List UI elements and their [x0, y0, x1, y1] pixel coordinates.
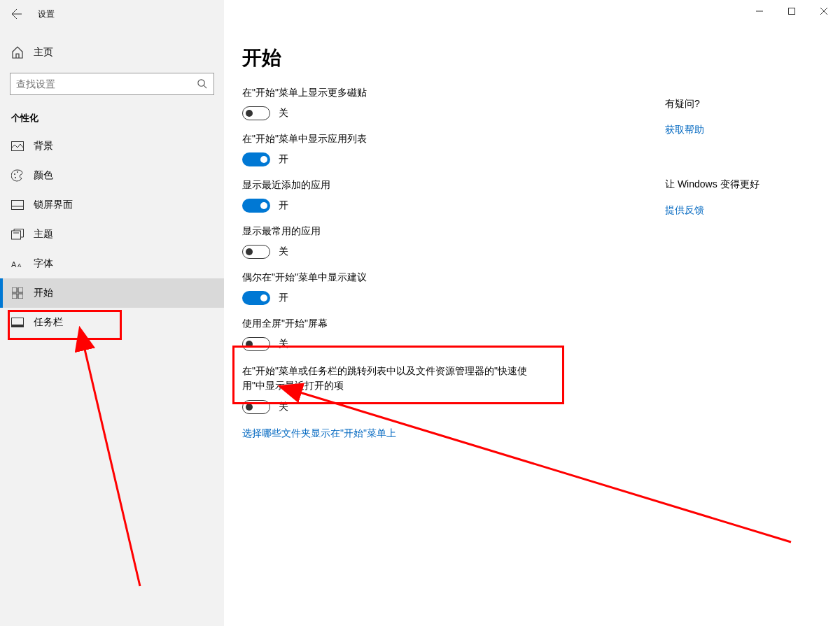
titlebar: 设置 — [0, 0, 840, 28]
choose-folders-link[interactable]: 选择哪些文件夹显示在"开始"菜单上 — [242, 427, 396, 440]
feedback-heading: 让 Windows 变得更好 — [665, 178, 819, 191]
svg-point-1 — [198, 80, 204, 86]
taskbar-icon — [11, 316, 24, 329]
svg-rect-11 — [12, 287, 17, 292]
right-panel: 有疑问? 获取帮助 让 Windows 变得更好 提供反馈 — [665, 98, 819, 259]
sidebar-item-colors[interactable]: 颜色 — [0, 161, 224, 190]
svg-rect-14 — [18, 294, 23, 299]
search-input[interactable] — [16, 78, 197, 90]
svg-point-4 — [15, 177, 16, 178]
toggle-row: 关 — [242, 337, 812, 351]
setting-suggestions: 偶尔在"开始"菜单中显示建议 开 — [242, 271, 812, 305]
svg-rect-6 — [12, 201, 24, 210]
sidebar-item-label: 开始 — [34, 287, 53, 299]
toggle-row: 关 — [242, 400, 812, 414]
minimize-icon — [756, 8, 763, 15]
toggle-switch[interactable] — [242, 400, 270, 414]
sidebar-item-label: 主题 — [34, 228, 53, 241]
toggle-switch[interactable] — [242, 152, 270, 166]
sidebar-item-lockscreen[interactable]: 锁屏界面 — [0, 190, 224, 220]
search-icon — [197, 78, 208, 90]
svg-text:A: A — [18, 262, 22, 269]
lockscreen-icon — [11, 199, 24, 211]
page-title: 开始 — [242, 45, 812, 71]
toggle-switch[interactable] — [242, 106, 270, 120]
sidebar-item-start[interactable]: 开始 — [0, 278, 224, 308]
svg-rect-13 — [12, 294, 17, 299]
themes-icon — [11, 228, 24, 241]
search-box[interactable] — [10, 73, 214, 95]
setting-recent-items: 在"开始"菜单或任务栏的跳转列表中以及文件资源管理器的"快速使用"中显示最近打开… — [242, 364, 812, 414]
toggle-state: 开 — [279, 199, 288, 212]
svg-rect-16 — [12, 325, 24, 327]
close-button[interactable] — [808, 0, 840, 22]
start-icon — [11, 287, 24, 299]
sidebar-item-label: 背景 — [34, 140, 53, 152]
toggle-state: 关 — [279, 401, 288, 413]
svg-rect-7 — [12, 206, 24, 210]
main-layout: 主页 个性化 背景 颜色 锁 — [0, 28, 840, 626]
svg-rect-8 — [12, 231, 21, 239]
sidebar-item-label: 锁屏界面 — [34, 199, 73, 211]
back-button[interactable] — [0, 0, 34, 28]
toggle-state: 关 — [279, 338, 288, 350]
home-label: 主页 — [34, 46, 53, 59]
setting-fullscreen: 使用全屏"开始"屏幕 关 — [242, 318, 812, 351]
toggle-switch[interactable] — [242, 245, 270, 259]
window-controls — [743, 0, 840, 22]
sidebar-item-label: 颜色 — [34, 169, 53, 182]
feedback-link[interactable]: 提供反馈 — [665, 204, 704, 217]
feedback-section: 让 Windows 变得更好 提供反馈 — [665, 178, 819, 217]
svg-rect-12 — [18, 287, 23, 292]
palette-icon — [11, 169, 24, 182]
svg-rect-0 — [789, 8, 795, 15]
home-link[interactable]: 主页 — [0, 39, 224, 66]
sidebar-item-taskbar[interactable]: 任务栏 — [0, 308, 224, 337]
svg-point-3 — [14, 173, 15, 175]
toggle-row: 开 — [242, 291, 812, 305]
arrow-left-icon — [11, 8, 22, 20]
fonts-icon: AA — [11, 257, 24, 270]
toggle-state: 开 — [279, 292, 288, 304]
toggle-switch[interactable] — [242, 291, 270, 305]
toggle-state: 开 — [279, 153, 288, 166]
maximize-icon — [788, 8, 795, 15]
help-heading: 有疑问? — [665, 98, 819, 111]
sidebar-item-label: 字体 — [34, 257, 53, 270]
setting-label: 在"开始"菜单或任务栏的跳转列表中以及文件资源管理器的"快速使用"中显示最近打开… — [242, 364, 536, 393]
toggle-state: 关 — [279, 107, 288, 120]
picture-icon — [11, 140, 24, 152]
sidebar-section-header: 个性化 — [0, 102, 224, 131]
window-title: 设置 — [38, 8, 55, 20]
sidebar-item-label: 任务栏 — [34, 316, 63, 329]
sidebar: 主页 个性化 背景 颜色 锁 — [0, 28, 224, 626]
sidebar-item-background[interactable]: 背景 — [0, 131, 224, 161]
minimize-button[interactable] — [743, 0, 776, 22]
sidebar-item-themes[interactable]: 主题 — [0, 220, 224, 249]
get-help-link[interactable]: 获取帮助 — [665, 124, 704, 136]
toggle-switch[interactable] — [242, 199, 270, 213]
close-icon — [820, 8, 827, 15]
svg-point-5 — [17, 171, 18, 173]
setting-label: 使用全屏"开始"屏幕 — [242, 318, 812, 330]
toggle-switch[interactable] — [242, 337, 270, 351]
content-area: 开始 在"开始"菜单上显示更多磁贴 关 在"开始"菜单中显示应用列表 开 显示最… — [224, 28, 840, 626]
setting-label: 偶尔在"开始"菜单中显示建议 — [242, 271, 812, 284]
toggle-state: 关 — [279, 246, 288, 258]
sidebar-item-fonts[interactable]: AA 字体 — [0, 249, 224, 278]
help-section: 有疑问? 获取帮助 — [665, 98, 819, 136]
maximize-button[interactable] — [776, 0, 808, 22]
home-icon — [11, 46, 24, 59]
svg-text:A: A — [11, 260, 17, 269]
